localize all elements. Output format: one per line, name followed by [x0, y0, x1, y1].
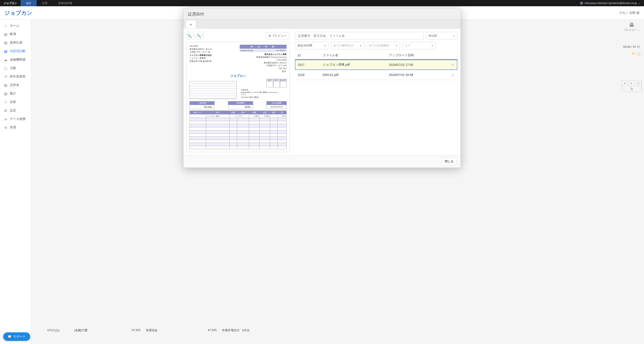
topbar-tab-invoice[interactable]: 見積/請求書 [53, 0, 78, 6]
topbar-brand: ジョブカン [0, 1, 20, 5]
topbar-tabs: 会計 証憑 見積/請求書 [20, 0, 78, 6]
user-icon: 👤 [580, 1, 583, 5]
modal-tabbar: ＋ [184, 19, 460, 20]
modal-title: 証憑添付 [184, 8, 460, 19]
topbar: ジョブカン 会計 証憑 見積/請求書 👤 shiozawa.nobuharu+j… [0, 0, 644, 6]
user-email: shiozawa.nobuharu+jbcdemo@donuts.ne.jp [584, 1, 637, 5]
topbar-user-menu[interactable]: 👤 shiozawa.nobuharu+jbcdemo@donuts.ne.jp… [576, 1, 644, 5]
evidence-attach-modal: 証憑添付 ＋ 🔍⁻ 🔍⁺ ⧉ プレビュー 151-0053 [183, 8, 461, 20]
topbar-tab-evidence[interactable]: 証憑 [37, 0, 53, 6]
app-logo[interactable]: ジョブカン [4, 9, 32, 16]
topbar-tab-accounting[interactable]: 会計 [20, 0, 37, 6]
chevron-down-icon: ⌄ [638, 1, 640, 5]
current-user-label: ブカン 太郎 様 [619, 11, 640, 15]
